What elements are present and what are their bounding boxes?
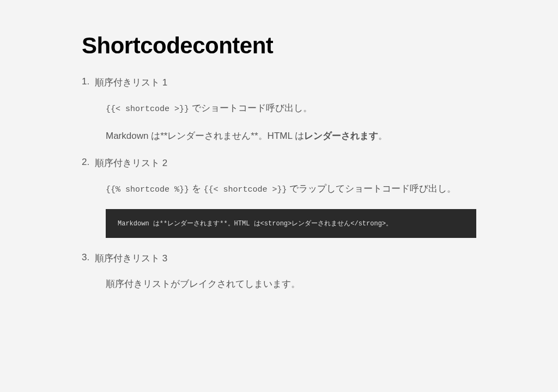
list-item: 順序付きリスト 1 {{< shortcode >}} でショートコード呼び出し… — [95, 76, 476, 144]
list-item-label: 順序付きリスト 1 — [95, 76, 476, 89]
list-item-paragraph: 順序付きリストがブレイクされてしまいます。 — [95, 277, 476, 292]
page-title: Shortcodecontent — [82, 33, 476, 59]
inline-code: {{< shortcode >}} — [106, 105, 189, 114]
list-item-label: 順序付きリスト 2 — [95, 157, 476, 169]
inline-code: {{< shortcode >}} — [203, 185, 287, 194]
text: でショートコード呼び出し。 — [189, 103, 312, 113]
bold-text: レンダーされます — [304, 131, 378, 141]
list-item-label: 順序付きリスト 3 — [95, 252, 476, 265]
list-item: 順序付きリスト 3 順序付きリストがブレイクされてしまいます。 — [95, 252, 476, 292]
list-item-paragraph: Markdown は**レンダーされません**。HTML はレンダーされます。 — [95, 128, 476, 144]
inline-code: {{% shortcode %}} — [106, 185, 189, 194]
list-item-paragraph: {{< shortcode >}} でショートコード呼び出し。 — [95, 101, 476, 117]
code-block-container[interactable]: Markdown は**レンダーされます**。HTML は<strong>レンダ… — [106, 209, 476, 239]
text: でラップしてショートコード呼び出し。 — [287, 183, 457, 194]
code-block: Markdown は**レンダーされます**。HTML は<strong>レンダ… — [106, 209, 476, 238]
text: を — [189, 183, 203, 194]
ordered-list: 順序付きリスト 1 {{< shortcode >}} でショートコード呼び出し… — [82, 76, 476, 292]
text: Markdown は**レンダーされません**。HTML は — [106, 131, 304, 141]
list-item-paragraph: {{% shortcode %}} を {{< shortcode >}} でラ… — [95, 181, 476, 197]
text: 。 — [378, 131, 387, 141]
list-item: 順序付きリスト 2 {{% shortcode %}} を {{< shortc… — [95, 157, 476, 239]
